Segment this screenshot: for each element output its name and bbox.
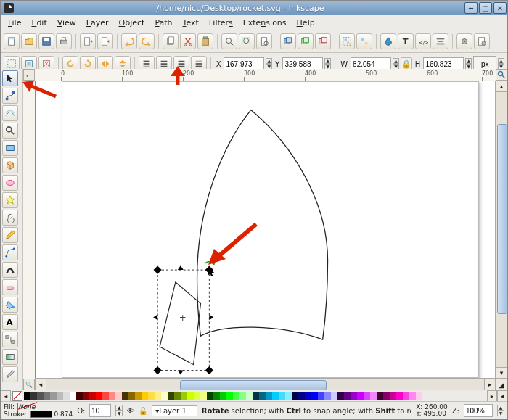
palette-swatch[interactable] [128, 392, 135, 400]
ellipse-tool[interactable] [2, 175, 18, 191]
palette-swatch[interactable] [239, 392, 246, 400]
star-tool[interactable] [2, 192, 18, 208]
zoom-selection-button[interactable] [221, 33, 237, 49]
palette-swatch[interactable] [115, 392, 122, 400]
palette-swatch[interactable] [57, 392, 63, 400]
palette-swatch[interactable] [233, 392, 239, 400]
gradient-tool[interactable] [2, 349, 18, 365]
new-document-button[interactable] [4, 33, 20, 49]
palette-swatch[interactable] [279, 392, 285, 400]
palette-swatch[interactable] [44, 392, 50, 400]
xml-editor-button[interactable]: </> [415, 33, 431, 49]
minimize-button[interactable]: ━ [464, 2, 478, 14]
ungroup-button[interactable] [356, 33, 372, 49]
menu-extensions[interactable]: Extensions [239, 17, 291, 29]
scroll-down-arrow[interactable]: ▾ [496, 367, 507, 379]
document-properties-button[interactable] [474, 33, 490, 49]
palette-swatch[interactable] [285, 392, 292, 400]
palette-swatch[interactable] [292, 392, 298, 400]
palette-swatch[interactable] [272, 392, 279, 400]
h-spinner[interactable]: ▲▼ [465, 58, 472, 70]
palette-swatch[interactable] [246, 392, 253, 400]
undo-button[interactable] [121, 33, 137, 49]
vertical-scrollbar[interactable]: ▴ ▾ [495, 81, 507, 379]
palette-swatch[interactable] [76, 392, 83, 400]
fill-stroke-dialog-button[interactable] [380, 33, 396, 49]
palette-swatch[interactable] [207, 392, 213, 400]
palette-swatch[interactable] [416, 392, 422, 400]
duplicate-button[interactable] [280, 33, 296, 49]
palette-swatch[interactable] [357, 392, 364, 400]
selector-tool[interactable] [2, 70, 18, 86]
palette-swatch[interactable] [226, 392, 233, 400]
quick-zoom-button[interactable]: 🔍 [23, 379, 35, 390]
palette-swatch[interactable] [200, 392, 207, 400]
palette-swatch[interactable] [142, 392, 148, 400]
palette-swatch[interactable] [168, 392, 174, 400]
save-button[interactable] [38, 33, 54, 49]
preferences-button[interactable] [456, 33, 472, 49]
menu-filters[interactable]: Filters [205, 17, 237, 29]
palette-swatch[interactable] [83, 392, 89, 400]
palette-swatch[interactable] [390, 392, 396, 400]
opacity-spinner[interactable]: ▲▼ [115, 405, 123, 416]
palette-swatch[interactable] [30, 392, 37, 400]
palette-swatch[interactable] [253, 392, 259, 400]
pencil-tool[interactable] [2, 227, 18, 243]
clone-button[interactable] [298, 33, 314, 49]
palette-swatch[interactable] [50, 392, 57, 400]
palette-swatch[interactable] [220, 392, 226, 400]
resize-grip[interactable]: ◢ [496, 379, 507, 390]
palette-swatch[interactable] [148, 392, 155, 400]
palette-swatch[interactable] [409, 392, 416, 400]
unit-spinner[interactable]: ▲▼ [498, 58, 504, 70]
palette-swatch[interactable] [24, 392, 30, 400]
menu-help[interactable]: Help [292, 17, 319, 29]
eraser-tool[interactable] [2, 279, 18, 295]
group-button[interactable] [339, 33, 355, 49]
palette-swatch[interactable] [194, 392, 200, 400]
palette-swatch[interactable] [324, 392, 331, 400]
palette-menu-button[interactable]: ◂ [497, 390, 507, 402]
zoom-corner-button[interactable] [496, 69, 507, 81]
palette-swatch[interactable] [331, 392, 337, 400]
hscroll-thumb[interactable] [180, 380, 327, 390]
import-button[interactable] [80, 33, 96, 49]
palette-none-swatch[interactable] [12, 391, 22, 401]
palette-swatch[interactable] [187, 392, 194, 400]
rectangle-tool[interactable] [2, 140, 18, 156]
menu-text[interactable]: Text [179, 17, 203, 29]
scroll-up-arrow[interactable]: ▴ [496, 81, 507, 92]
text-tool[interactable]: A [2, 314, 18, 330]
palette-swatch[interactable] [377, 392, 383, 400]
palette-swatch[interactable] [364, 392, 370, 400]
palette-swatch[interactable] [109, 392, 115, 400]
menu-file[interactable]: FFileile [4, 17, 25, 29]
palette-swatch[interactable] [37, 392, 44, 400]
tweak-tool[interactable] [2, 105, 18, 121]
palette-swatch[interactable] [135, 392, 142, 400]
menu-layer[interactable]: Layer [82, 17, 113, 29]
palette-swatch[interactable] [122, 392, 128, 400]
horizontal-scrollbar[interactable]: ◂ ▸ [35, 378, 496, 390]
spiral-tool[interactable] [2, 210, 18, 226]
menu-object[interactable]: Object [115, 17, 149, 29]
palette-swatch[interactable] [298, 392, 305, 400]
palette-swatch[interactable] [89, 392, 96, 400]
palette-swatch[interactable] [181, 392, 187, 400]
zoom-page-button[interactable] [256, 33, 272, 49]
align-dialog-button[interactable] [433, 33, 448, 49]
scroll-right-arrow[interactable]: ▸ [484, 379, 496, 390]
palette-swatch[interactable] [403, 392, 409, 400]
open-button[interactable] [21, 33, 37, 49]
canvas[interactable]: + [35, 81, 496, 379]
palette-swatch[interactable] [351, 392, 357, 400]
fill-swatch[interactable] [17, 403, 18, 411]
palette-swatch[interactable] [383, 392, 390, 400]
layer-selector[interactable]: ▾Layer 1 [152, 405, 197, 416]
close-button[interactable]: ✕ [493, 2, 507, 14]
unlink-clone-button[interactable] [315, 33, 331, 49]
stroke-swatch[interactable] [30, 411, 52, 418]
zoom-drawing-button[interactable] [239, 33, 255, 49]
palette-swatch[interactable] [337, 392, 344, 400]
